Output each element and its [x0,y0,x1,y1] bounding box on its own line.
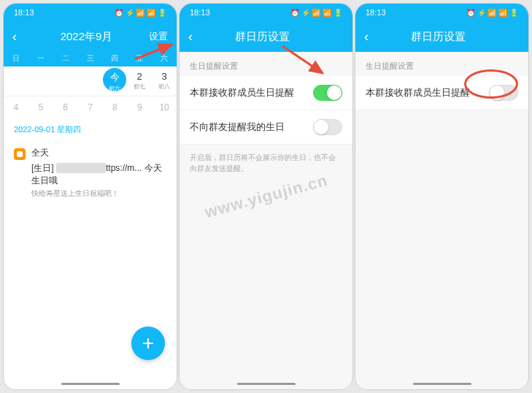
calendar-week-row: 今 初六 2 初七 3 初八 [4,66,177,96]
toggle-hide-birthday[interactable] [313,119,342,135]
back-icon[interactable]: ‹ [364,29,379,45]
cal-cell[interactable] [28,71,53,93]
settings-content: 生日提醒设置 本群接收群成员生日提醒 [355,52,528,389]
home-indicator[interactable] [413,383,471,385]
settings-content: 生日提醒设置 本群接收群成员生日提醒 不向群友提醒我的生日 开启后，群日历将不会… [180,52,352,389]
calendar-content: 今 初六 2 初七 3 初八 4 5 6 7 8 9 10 2022-09-01… [4,66,177,389]
calendar-event-icon [14,148,26,160]
cal-cell[interactable] [4,71,28,93]
status-icons: ⏰ ⚡ 📶 📶 🔋 [290,9,342,17]
weekday: 三 [78,53,103,64]
setting-hide-my-birthday[interactable]: 不向群友提醒我的生日 [180,110,352,145]
phone-screen-1: 18:13 ⏰ ⚡ 📶 📶 🔋 ‹ 2022年9月 设置 日 一 二 三 四 五… [3,3,177,390]
status-icons: ⏰ ⚡ 📶 📶 🔋 [466,9,518,17]
event-title: [生日] ttps://m... 今天生日哦 [31,162,166,187]
status-time: 18:13 [366,8,386,17]
phone-screen-3: 18:13 ⏰ ⚡ 📶 📶 🔋 ‹ 群日历设置 生日提醒设置 本群接收群成员生日… [355,3,529,390]
weekday: 一 [28,53,53,64]
header: ‹ 群日历设置 [355,21,528,52]
header: ‹ 2022年9月 设置 [4,21,177,52]
back-icon[interactable]: ‹ [188,29,203,45]
plus-icon: + [142,332,154,355]
setting-receive-birthday[interactable]: 本群接收群成员生日提醒 [180,76,352,110]
phone-screen-2: 18:13 ⏰ ⚡ 📶 📶 🔋 ‹ 群日历设置 生日提醒设置 本群接收群成员生日… [179,3,353,390]
setting-receive-birthday[interactable]: 本群接收群成员生日提醒 [355,76,528,110]
weekday: 六 [152,53,177,64]
event-subtitle: 快给寿星送上生日祝福吧！ [31,188,166,199]
cal-cell[interactable]: 3 初八 [152,71,177,93]
cal-cell[interactable]: 2 初七 [127,71,152,93]
weekday: 四 [102,53,127,64]
setting-label: 本群接收群成员生日提醒 [366,86,470,99]
selected-date-label: 2022-09-01 星期四 [4,117,177,140]
status-bar: 18:13 ⏰ ⚡ 📶 📶 🔋 [355,4,528,21]
cal-cell[interactable]: 6 [53,102,78,112]
status-icons: ⏰ ⚡ 📶 📶 🔋 [115,9,166,17]
cal-cell[interactable] [78,71,103,93]
section-label: 生日提醒设置 [355,52,528,76]
event-card[interactable]: 全天 [生日] ttps://m... 今天生日哦 快给寿星送上生日祝福吧！ [4,140,177,206]
header-title: 群日历设置 [235,30,290,44]
home-indicator[interactable] [237,383,296,385]
setting-label: 本群接收群成员生日提醒 [190,86,294,99]
setting-hint: 开启后，群日历将不会展示你的生日，也不会向群友发送提醒。 [180,145,352,181]
toggle-receive-birthday[interactable] [313,85,342,101]
cal-cell[interactable]: 10 [152,102,177,112]
calendar-week-row-2: 4 5 6 7 8 9 10 [4,96,177,117]
weekday: 二 [53,53,78,64]
status-time: 18:13 [14,8,34,17]
cal-cell[interactable]: 4 [4,102,28,112]
status-bar: 18:13 ⏰ ⚡ 📶 📶 🔋 [4,4,177,21]
weekday: 五 [127,53,152,64]
cal-cell[interactable]: 9 [127,102,152,112]
add-event-fab[interactable]: + [131,327,165,360]
weekday-row: 日 一 二 三 四 五 六 [4,52,177,66]
weekday: 日 [4,53,28,64]
cal-cell[interactable] [53,71,78,93]
header: ‹ 群日历设置 [180,21,352,52]
event-allday: 全天 [31,147,166,159]
status-bar: 18:13 ⏰ ⚡ 📶 📶 🔋 [180,4,352,21]
setting-label: 不向群友提醒我的生日 [190,121,285,134]
settings-link[interactable]: 设置 [146,30,168,43]
header-title: 群日历设置 [411,30,466,44]
back-icon[interactable]: ‹ [12,29,27,45]
home-indicator[interactable] [61,383,120,385]
cal-cell[interactable]: 5 [28,102,53,112]
header-title: 2022年9月 [61,30,113,44]
cal-cell[interactable]: 8 [102,102,127,112]
status-time: 18:13 [190,8,210,17]
section-label: 生日提醒设置 [180,52,352,76]
cal-cell-today[interactable]: 今 初六 [102,71,127,93]
toggle-receive-birthday[interactable] [489,85,518,101]
cal-cell[interactable]: 7 [78,102,103,112]
